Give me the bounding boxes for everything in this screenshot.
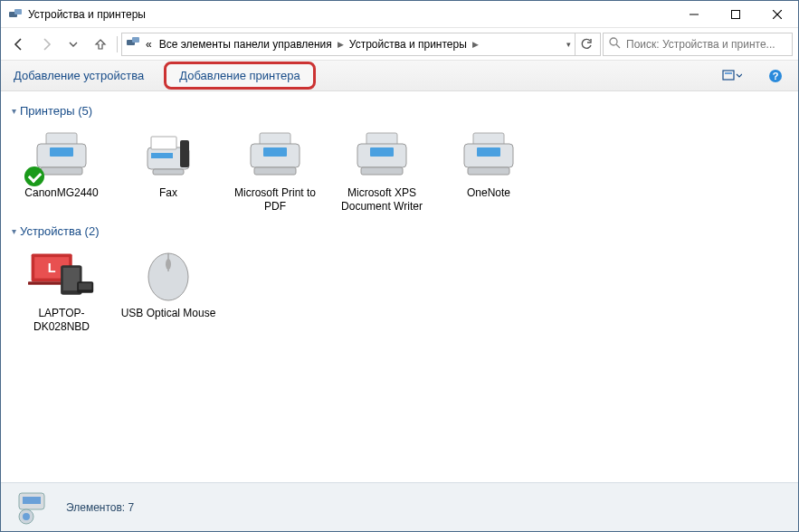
svg-text:L: L: [48, 261, 56, 275]
search-box[interactable]: [603, 33, 793, 56]
group-title: Принтеры (5): [20, 104, 92, 118]
printers-group: CanonMG2440 Fax: [12, 121, 780, 219]
svg-rect-10: [723, 71, 734, 80]
titlebar: Устройства и принтеры: [1, 1, 798, 28]
status-text: Элементов: 7: [66, 501, 134, 514]
minimize-button[interactable]: [673, 1, 715, 28]
chevron-down-icon: ▾: [12, 226, 16, 236]
separator: [117, 36, 118, 52]
group-title: Устройства (2): [20, 224, 100, 238]
chevron-right-icon[interactable]: ▶: [472, 40, 479, 49]
svg-rect-30: [361, 167, 403, 175]
laptop-icon: L: [28, 247, 95, 303]
fax-icon: [135, 127, 202, 183]
svg-rect-17: [41, 167, 82, 175]
refresh-button[interactable]: [575, 33, 596, 55]
device-item[interactable]: Microsoft XPS Document Writer: [332, 121, 432, 219]
svg-rect-16: [50, 147, 73, 157]
content-area: ▾ Принтеры (5) CanonMG2440: [1, 91, 798, 482]
chevron-down-icon[interactable]: ▾: [566, 40, 571, 49]
svg-rect-29: [370, 147, 394, 157]
svg-point-44: [166, 259, 171, 270]
svg-rect-20: [180, 140, 189, 167]
window-icon: [8, 7, 23, 22]
device-item[interactable]: USB Optical Mouse: [119, 242, 218, 339]
address-bar[interactable]: « Все элементы панели управления ▶ Устро…: [121, 33, 601, 56]
window: Устройства и принтеры «: [0, 0, 799, 532]
device-label: LAPTOP-DK028NBD: [14, 307, 109, 334]
svg-rect-42: [79, 283, 91, 290]
devices-group: L LAPTOP-DK028NBD: [12, 242, 780, 339]
device-label: CanonMG2440: [24, 186, 98, 200]
default-badge-icon: [24, 166, 44, 186]
add-printer-command[interactable]: Добавление принтера: [164, 62, 315, 90]
chevron-right-icon[interactable]: ▶: [338, 40, 344, 49]
printer-icon: [28, 127, 95, 183]
device-item[interactable]: OneNote: [439, 121, 538, 219]
svg-point-8: [610, 38, 617, 45]
printer-icon: [242, 127, 309, 183]
svg-rect-26: [254, 167, 296, 175]
group-header-devices[interactable]: ▾ Устройства (2): [12, 224, 780, 238]
svg-rect-11: [725, 72, 732, 74]
svg-rect-33: [477, 147, 500, 157]
svg-rect-46: [23, 497, 41, 504]
close-button[interactable]: [756, 1, 798, 28]
svg-point-48: [23, 513, 30, 520]
device-label: Microsoft Print to PDF: [227, 186, 323, 214]
add-device-command[interactable]: Добавление устройства: [10, 69, 147, 82]
status-bar: Элементов: 7: [1, 482, 798, 531]
view-options-button[interactable]: [718, 65, 746, 87]
svg-rect-21: [151, 153, 173, 158]
status-icon: [14, 489, 53, 526]
device-label: USB Optical Mouse: [121, 307, 216, 320]
svg-text:?: ?: [773, 71, 779, 81]
command-bar: Добавление устройства Добавление принтер…: [1, 61, 798, 91]
svg-rect-25: [263, 147, 287, 157]
help-button[interactable]: ?: [762, 65, 789, 87]
forward-button[interactable]: [33, 32, 59, 57]
device-item[interactable]: CanonMG2440: [12, 121, 111, 219]
device-item[interactable]: L LAPTOP-DK028NBD: [12, 242, 111, 339]
device-label: Microsoft XPS Document Writer: [334, 186, 430, 214]
device-label: OneNote: [467, 186, 510, 200]
device-label: Fax: [159, 186, 177, 200]
printer-icon: [455, 127, 522, 183]
up-button[interactable]: [88, 32, 113, 57]
breadcrumb-prefix: «: [144, 38, 154, 51]
svg-line-9: [616, 44, 620, 48]
group-header-printers[interactable]: ▾ Принтеры (5): [12, 104, 780, 118]
mouse-icon: [135, 247, 202, 303]
device-item[interactable]: Fax: [119, 121, 218, 219]
maximize-button[interactable]: [715, 1, 756, 28]
svg-rect-19: [151, 137, 176, 149]
recent-locations-button[interactable]: [61, 32, 86, 57]
svg-rect-7: [132, 37, 139, 43]
back-button[interactable]: [6, 32, 32, 57]
navbar: « Все элементы панели управления ▶ Устро…: [1, 28, 798, 61]
breadcrumb-item[interactable]: Устройства и принтеры: [347, 38, 469, 51]
window-title: Устройства и принтеры: [28, 8, 146, 21]
svg-rect-40: [63, 268, 80, 290]
chevron-down-icon: ▾: [12, 106, 16, 116]
search-input[interactable]: [626, 38, 786, 51]
svg-rect-34: [468, 167, 509, 175]
breadcrumb-item[interactable]: Все элементы панели управления: [157, 38, 334, 51]
printer-icon: [348, 127, 415, 183]
svg-rect-1: [14, 9, 22, 14]
svg-rect-3: [732, 10, 740, 18]
search-icon: [609, 37, 621, 52]
svg-rect-22: [153, 169, 184, 175]
device-item[interactable]: Microsoft Print to PDF: [225, 121, 325, 219]
location-icon: [126, 35, 140, 52]
